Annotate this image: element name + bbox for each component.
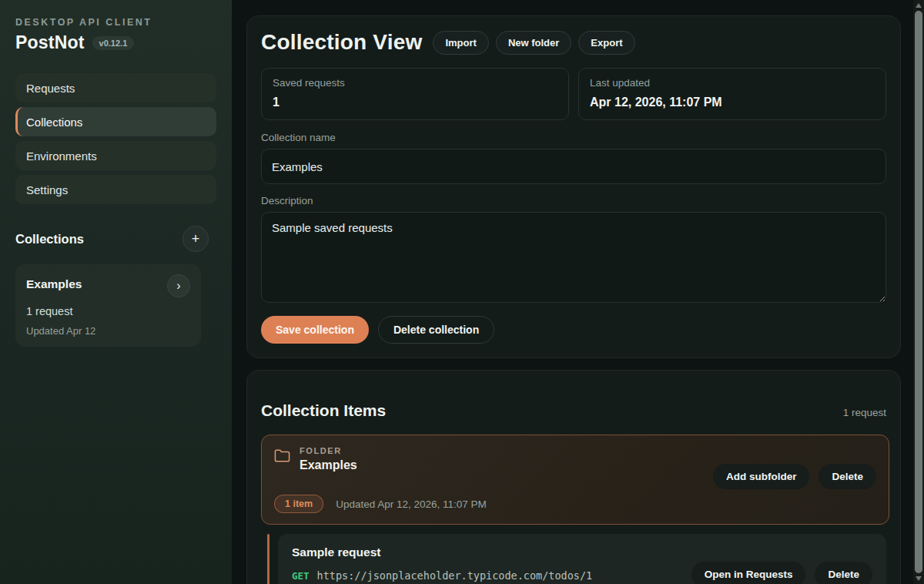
- folder-icon: [274, 448, 290, 472]
- folder-actions: Add subfolder Delete: [713, 464, 876, 489]
- request-url-row: GET https://jsonplaceholder.typicode.com…: [292, 569, 592, 582]
- add-collection-button[interactable]: +: [182, 226, 209, 252]
- collection-list-item[interactable]: Examples › 1 request Updated Apr 12: [15, 264, 201, 347]
- request-row: Sample request GET https://jsonplacehold…: [267, 534, 886, 584]
- stat-label: Last updated: [590, 77, 875, 89]
- folder-item-top: FOLDER Examples Add subfolder Delete: [274, 446, 876, 489]
- stat-label: Saved requests: [273, 77, 557, 89]
- page-title: Collection View: [261, 30, 422, 55]
- description-label: Description: [261, 195, 886, 206]
- add-subfolder-button[interactable]: Add subfolder: [713, 464, 810, 489]
- app-name: PostNot: [15, 32, 85, 53]
- item-count-badge: 1 item: [274, 495, 323, 513]
- stat-last-updated: Last updated Apr 12, 2026, 11:07 PM: [578, 68, 886, 120]
- sidebar-item-collections[interactable]: Collections: [15, 107, 216, 136]
- form-actions: Save collection Delete collection: [261, 316, 886, 344]
- sidebar: DESKTOP API CLIENT PostNot v0.12.1 Reque…: [0, 0, 232, 584]
- request-info: Sample request GET https://jsonplacehold…: [292, 545, 592, 584]
- stats-row: Saved requests 1 Last updated Apr 12, 20…: [261, 68, 886, 120]
- sidebar-item-label: Requests: [26, 82, 75, 95]
- folder-updated: Updated Apr 12, 2026, 11:07 PM: [336, 498, 487, 510]
- collection-items-count: 1 request: [843, 407, 886, 418]
- sidebar-item-settings[interactable]: Settings: [15, 175, 216, 204]
- plus-icon: +: [192, 231, 200, 247]
- request-url: https://jsonplaceholder.typicode.com/tod…: [317, 569, 593, 582]
- description-textarea[interactable]: Sample saved requests: [261, 212, 886, 303]
- import-button[interactable]: Import: [433, 31, 488, 55]
- save-collection-button[interactable]: Save collection: [261, 316, 369, 344]
- chevron-right-icon: ›: [176, 279, 180, 293]
- sidebar-item-environments[interactable]: Environments: [15, 141, 216, 170]
- request-delete-button[interactable]: Delete: [815, 562, 872, 584]
- request-item: Sample request GET https://jsonplacehold…: [278, 534, 886, 584]
- scrollbar-thumb[interactable]: [915, 11, 922, 573]
- main-content: Collection View Import New folder Export…: [232, 0, 913, 584]
- sidebar-item-requests[interactable]: Requests: [15, 73, 216, 102]
- folder-item: FOLDER Examples Add subfolder Delete 1 i…: [261, 435, 889, 525]
- stat-saved-requests: Saved requests 1: [261, 68, 569, 120]
- collection-view-header: Collection View Import New folder Export: [261, 30, 886, 55]
- collection-name: Examples: [26, 277, 82, 291]
- folder-delete-button[interactable]: Delete: [819, 464, 876, 489]
- collection-items-title: Collection Items: [261, 401, 386, 420]
- request-name: Sample request: [292, 545, 592, 559]
- scroll-down-icon[interactable]: [916, 576, 922, 581]
- nesting-indent-line: [267, 534, 270, 584]
- open-collection-button[interactable]: ›: [167, 274, 190, 297]
- vertical-scrollbar[interactable]: [913, 0, 924, 584]
- http-method-badge: GET: [292, 570, 310, 582]
- folder-meta: 1 item Updated Apr 12, 2026, 11:07 PM: [274, 495, 876, 513]
- collection-name-input[interactable]: [261, 149, 886, 184]
- open-in-requests-button[interactable]: Open in Requests: [691, 562, 806, 584]
- request-actions: Open in Requests Delete: [691, 562, 872, 584]
- collection-view-card: Collection View Import New folder Export…: [246, 15, 901, 358]
- collection-updated: Updated Apr 12: [26, 325, 190, 337]
- folder-kicker: FOLDER: [300, 446, 357, 455]
- sidebar-item-label: Settings: [26, 183, 68, 196]
- folder-name: Examples: [300, 458, 357, 472]
- version-badge: v0.12.1: [92, 36, 135, 50]
- collections-section-header: Collections +: [15, 226, 216, 252]
- sidebar-item-label: Environments: [26, 149, 97, 163]
- folder-text: FOLDER Examples: [300, 446, 357, 472]
- collection-items-card: Collection Items 1 request FOLDER Exampl…: [246, 370, 901, 584]
- delete-collection-button[interactable]: Delete collection: [378, 316, 494, 344]
- sidebar-item-label: Collections: [26, 116, 82, 129]
- collection-request-count: 1 request: [26, 305, 190, 317]
- folder-info: FOLDER Examples: [274, 446, 357, 472]
- collection-list-item-top: Examples ›: [26, 274, 190, 297]
- scroll-up-icon[interactable]: [916, 3, 922, 8]
- export-button[interactable]: Export: [578, 31, 634, 55]
- new-folder-button[interactable]: New folder: [496, 31, 571, 55]
- sidebar-nav: Requests Collections Environments Settin…: [15, 73, 216, 204]
- collections-section-title: Collections: [15, 232, 84, 247]
- stat-value: Apr 12, 2026, 11:07 PM: [590, 96, 875, 109]
- brand-row: PostNot v0.12.1: [15, 32, 216, 53]
- stat-value: 1: [273, 96, 557, 109]
- collection-items-header: Collection Items 1 request: [261, 401, 886, 420]
- brand-kicker: DESKTOP API CLIENT: [15, 17, 216, 28]
- collection-name-label: Collection name: [261, 132, 886, 143]
